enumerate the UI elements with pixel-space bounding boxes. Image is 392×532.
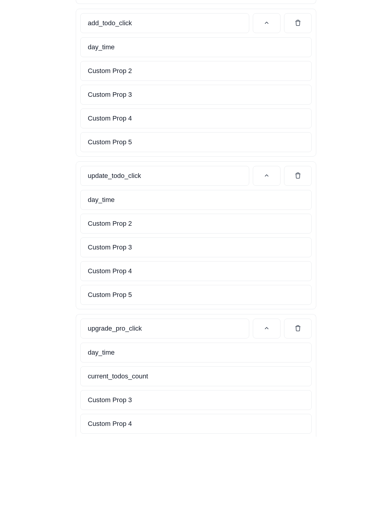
event-header (80, 319, 312, 338)
prop-input[interactable] (80, 237, 312, 257)
prop-input[interactable] (80, 85, 312, 105)
prop-input[interactable] (80, 414, 312, 434)
prop-input[interactable] (80, 109, 312, 128)
prop-input[interactable] (80, 390, 312, 410)
prop-input[interactable] (80, 190, 312, 210)
chevron-up-icon (263, 20, 270, 27)
previous-card-edge (76, 0, 316, 4)
delete-button[interactable] (284, 319, 312, 338)
trash-icon (295, 20, 301, 27)
prop-list (80, 37, 312, 152)
prop-input[interactable] (80, 132, 312, 152)
trash-icon (295, 172, 301, 180)
prop-input[interactable] (80, 366, 312, 386)
event-header (80, 13, 312, 33)
event-header (80, 166, 312, 186)
prop-list (80, 190, 312, 305)
event-card (76, 161, 316, 309)
delete-button[interactable] (284, 166, 312, 186)
prop-input[interactable] (80, 214, 312, 234)
event-name-input[interactable] (80, 166, 249, 186)
prop-input[interactable] (80, 285, 312, 305)
prop-list (80, 343, 312, 434)
event-name-input[interactable] (80, 13, 249, 33)
event-card (76, 9, 316, 157)
trash-icon (295, 325, 301, 332)
collapse-button[interactable] (253, 166, 280, 186)
collapse-button[interactable] (253, 13, 280, 33)
prop-input[interactable] (80, 343, 312, 362)
event-card (76, 314, 316, 437)
event-name-input[interactable] (80, 319, 249, 338)
delete-button[interactable] (284, 13, 312, 33)
prop-input[interactable] (80, 37, 312, 57)
collapse-button[interactable] (253, 319, 280, 338)
chevron-up-icon (263, 172, 270, 180)
prop-input[interactable] (80, 261, 312, 281)
prop-input[interactable] (80, 61, 312, 81)
chevron-up-icon (263, 325, 270, 332)
